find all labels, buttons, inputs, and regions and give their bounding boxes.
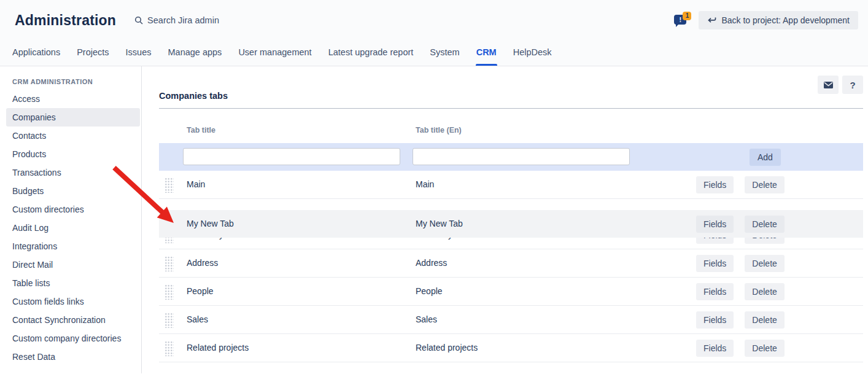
- add-button[interactable]: Add: [750, 149, 781, 166]
- back-to-project-button[interactable]: Back to project: App development: [699, 11, 858, 29]
- return-arrow-icon: [707, 17, 716, 24]
- tab-title-cell: Sales: [187, 306, 208, 333]
- drag-handle-icon[interactable]: [165, 177, 174, 193]
- companies-tabs-table: Tab title Tab title (En) Add Main Main F…: [159, 109, 863, 362]
- table-row: Sales Sales Fields Delete: [159, 306, 863, 334]
- tab-title-cell: Address: [187, 249, 218, 277]
- drag-handle-icon[interactable]: [165, 341, 174, 356]
- nav-tab[interactable]: Latest upgrade report: [328, 41, 414, 66]
- column-header-tab-title-en: Tab title (En): [416, 126, 462, 134]
- dragged-row[interactable]: My New Tab My New Tab Fields Delete: [159, 210, 863, 238]
- envelope-icon: [823, 81, 834, 89]
- column-header-tab-title: Tab title: [187, 126, 215, 134]
- sidebar-item[interactable]: Contact Synchronization: [6, 311, 140, 329]
- sidebar-item[interactable]: Products: [6, 145, 140, 163]
- main-content: ? Companies tabs Tab title Tab title (En…: [142, 66, 868, 373]
- nav-tab[interactable]: User management: [238, 41, 311, 66]
- nav-tab[interactable]: Projects: [77, 41, 109, 66]
- sidebar-item[interactable]: Custom directories: [6, 200, 140, 219]
- fields-button[interactable]: Fields: [696, 216, 734, 233]
- sidebar-item[interactable]: Access: [6, 90, 140, 108]
- tab-title-en-cell: Address: [416, 249, 447, 277]
- tab-title-en-cell: Related projects: [416, 334, 478, 362]
- sidebar-item[interactable]: Custom fields links: [6, 292, 140, 311]
- admin-nav-tabs: ApplicationsProjectsIssuesManage appsUse…: [0, 41, 868, 66]
- delete-button[interactable]: Delete: [745, 176, 784, 193]
- nav-tab[interactable]: HelpDesk: [513, 41, 552, 66]
- delete-button[interactable]: Delete: [745, 255, 784, 272]
- sidebar-item[interactable]: Companies: [6, 108, 140, 127]
- delete-button[interactable]: Delete: [745, 311, 784, 329]
- delete-button[interactable]: Delete: [745, 340, 784, 357]
- new-tab-title-input[interactable]: [183, 148, 400, 165]
- table-row: People People Fields Delete: [159, 278, 863, 306]
- sidebar-item[interactable]: Reset Data: [6, 348, 140, 366]
- sidebar-item[interactable]: Budgets: [6, 182, 140, 200]
- tab-title-en-cell: Main: [416, 171, 434, 198]
- sidebar-item[interactable]: Integrations: [6, 237, 140, 255]
- search-icon: [134, 16, 143, 25]
- table-row: Related projects Related projects Fields…: [159, 334, 863, 362]
- notification-badge: 1: [683, 12, 691, 20]
- tab-title-en-cell: People: [416, 278, 443, 305]
- nav-tab[interactable]: System: [430, 41, 459, 66]
- add-tab-row: Add: [159, 143, 863, 171]
- tab-title-cell: Main: [187, 171, 205, 198]
- nav-tab[interactable]: Manage apps: [168, 41, 222, 66]
- delete-button[interactable]: Delete: [745, 216, 784, 233]
- tab-title-cell: My New Tab: [187, 210, 234, 238]
- tab-title-en-cell: Sales: [416, 306, 437, 333]
- sidebar-section-title: CRM ADMINISTRATION: [12, 78, 141, 85]
- nav-tab[interactable]: Issues: [126, 41, 152, 66]
- notifications-button[interactable]: ! 1: [674, 12, 690, 28]
- table-row: Address Address Fields Delete: [159, 249, 863, 278]
- drag-handle-icon[interactable]: [165, 284, 174, 300]
- delete-button[interactable]: Delete: [745, 283, 784, 300]
- sidebar-item[interactable]: Transactions: [6, 163, 140, 182]
- sidebar-item[interactable]: Table lists: [6, 274, 140, 292]
- new-tab-title-en-input[interactable]: [413, 148, 630, 165]
- fields-button[interactable]: Fields: [696, 283, 734, 300]
- administration-page: Administration ! 1 Back to project: App …: [0, 0, 868, 374]
- fields-button[interactable]: Fields: [696, 340, 734, 357]
- help-button[interactable]: ?: [842, 76, 863, 94]
- sidebar-item[interactable]: Direct Mail: [6, 255, 140, 274]
- admin-search: [134, 15, 674, 25]
- mail-button[interactable]: [818, 76, 839, 94]
- nav-tab[interactable]: CRM: [476, 41, 497, 66]
- table-row: Main Main Fields Delete: [159, 171, 863, 199]
- search-input[interactable]: [147, 15, 307, 25]
- tab-title-cell: Related projects: [187, 334, 249, 362]
- drag-handle-icon[interactable]: [165, 256, 174, 271]
- fields-button[interactable]: Fields: [696, 176, 734, 193]
- tab-title-cell: People: [187, 278, 214, 305]
- nav-tab[interactable]: Applications: [12, 41, 60, 66]
- fields-button[interactable]: Fields: [696, 311, 734, 329]
- page-title: Administration: [15, 12, 116, 29]
- fields-button[interactable]: Fields: [696, 255, 734, 272]
- crm-admin-sidebar: CRM ADMINISTRATION AccessCompaniesContac…: [0, 66, 142, 373]
- section-heading: Companies tabs: [159, 66, 863, 109]
- back-button-label: Back to project: App development: [721, 15, 850, 25]
- tab-title-en-cell: My New Tab: [416, 210, 463, 238]
- sidebar-item[interactable]: Custom company directories: [6, 329, 140, 348]
- sidebar-item[interactable]: Contacts: [6, 127, 140, 145]
- top-header: Administration ! 1 Back to project: App …: [0, 0, 868, 66]
- drag-handle-icon[interactable]: [165, 313, 174, 328]
- sidebar-item[interactable]: Audit Log: [6, 219, 140, 237]
